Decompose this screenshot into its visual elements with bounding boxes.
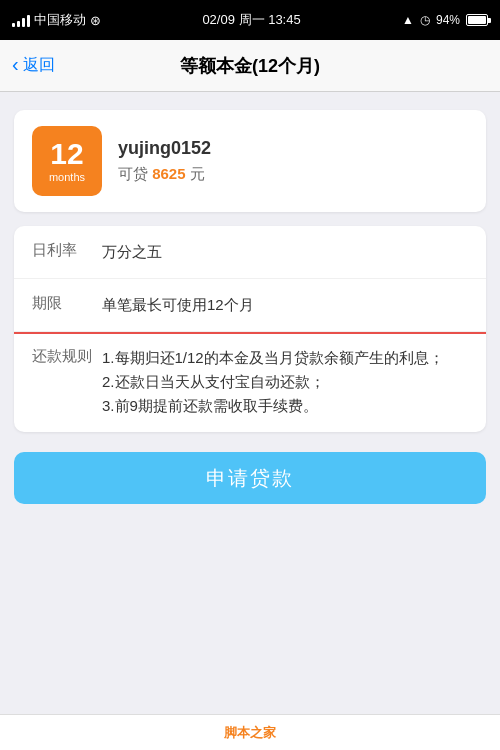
time-label: 02/09 周一 13:45 bbox=[202, 11, 300, 29]
back-label: 返回 bbox=[23, 55, 55, 76]
repay-rules-label: 还款规则 bbox=[32, 346, 102, 366]
months-badge: 12 months bbox=[32, 126, 102, 196]
bottom-brand: 脚本之家 bbox=[224, 724, 276, 742]
period-value: 单笔最长可使用12个月 bbox=[102, 293, 468, 317]
signal-icon bbox=[12, 13, 30, 27]
username: yujing0152 bbox=[118, 138, 468, 159]
battery-label: 94% bbox=[436, 13, 460, 27]
apply-btn-container: 申请贷款 bbox=[14, 452, 486, 514]
battery-icon bbox=[466, 14, 488, 26]
location-icon: ▲ bbox=[402, 13, 414, 27]
repay-rules-value: 1.每期归还1/12的本金及当月贷款余额产生的利息； 2.还款日当天从支付宝自动… bbox=[102, 346, 468, 418]
user-card: 12 months yujing0152 可贷 8625 元 bbox=[14, 110, 486, 212]
credit-prefix: 可贷 bbox=[118, 165, 148, 182]
credit-amount: 8625 bbox=[152, 165, 185, 182]
months-label: months bbox=[49, 171, 85, 183]
info-card: 日利率 万分之五 期限 单笔最长可使用12个月 还款规则 1.每期归还1/12的… bbox=[14, 226, 486, 432]
period-label: 期限 bbox=[32, 293, 102, 313]
user-info: yujing0152 可贷 8625 元 bbox=[118, 138, 468, 184]
wifi-icon: ⊛ bbox=[90, 13, 101, 28]
daily-rate-row: 日利率 万分之五 bbox=[14, 226, 486, 279]
credit-line: 可贷 8625 元 bbox=[118, 165, 468, 184]
credit-unit: 元 bbox=[190, 165, 205, 182]
period-row: 期限 单笔最长可使用12个月 bbox=[14, 279, 486, 332]
chevron-left-icon: ‹ bbox=[12, 53, 19, 76]
carrier-label: 中国移动 bbox=[34, 11, 86, 29]
alarm-icon: ◷ bbox=[420, 13, 430, 27]
back-button[interactable]: ‹ 返回 bbox=[12, 55, 55, 76]
repay-divider bbox=[14, 332, 486, 334]
status-right: ▲ ◷ 94% bbox=[402, 13, 488, 27]
status-bar: 中国移动 ⊛ 02/09 周一 13:45 ▲ ◷ 94% bbox=[0, 0, 500, 40]
daily-rate-label: 日利率 bbox=[32, 240, 102, 260]
status-left: 中国移动 ⊛ bbox=[12, 11, 101, 29]
nav-bar: ‹ 返回 等额本金(12个月) bbox=[0, 40, 500, 92]
months-number: 12 bbox=[50, 139, 83, 169]
bottom-bar: 脚本之家 bbox=[0, 714, 500, 750]
page-title: 等额本金(12个月) bbox=[180, 54, 320, 78]
repay-rules-row: 还款规则 1.每期归还1/12的本金及当月贷款余额产生的利息； 2.还款日当天从… bbox=[14, 332, 486, 432]
apply-loan-button[interactable]: 申请贷款 bbox=[14, 452, 486, 504]
daily-rate-value: 万分之五 bbox=[102, 240, 468, 264]
main-content: 12 months yujing0152 可贷 8625 元 日利率 万分之五 … bbox=[0, 92, 500, 532]
